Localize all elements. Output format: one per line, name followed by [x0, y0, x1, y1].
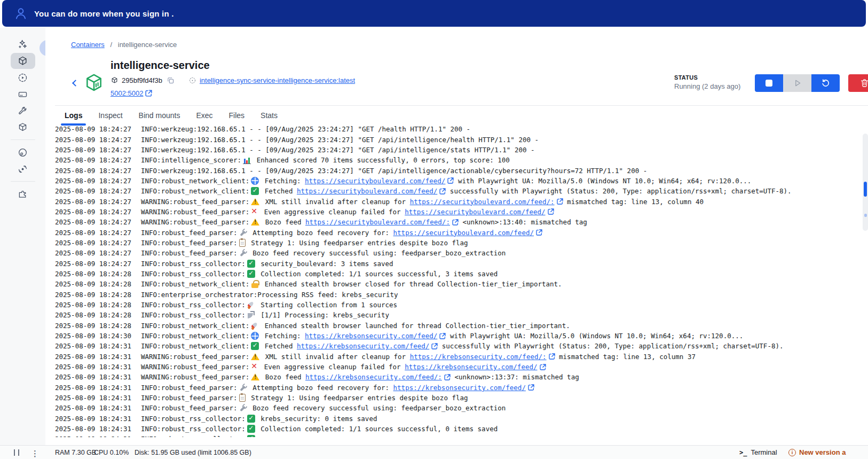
log-url-link[interactable]: https://securityboulevard.com/feed/: — [305, 218, 450, 226]
log-url-link[interactable]: https://securityboulevard.com/feed/ — [405, 208, 545, 216]
cross-icon — [251, 208, 258, 216]
breadcrumb-containers-link[interactable]: Containers — [71, 41, 105, 49]
log-url-link[interactable]: https://securityboulevard.com/feed/ — [305, 177, 445, 185]
log-url-link[interactable]: https://krebsonsecurity.com/feed/ — [297, 342, 429, 350]
log-row: 2025-08-09 18:24:27INFO:werkzeug:192.168… — [55, 134, 868, 144]
check-icon — [251, 342, 259, 350]
scrollbar-thumb[interactable] — [864, 182, 867, 197]
log-message: INFO:robust_rss_collector: Collection co… — [141, 270, 498, 278]
sidebar-item-extensions[interactable] — [11, 186, 35, 202]
breadcrumb-current: intelligence-service — [118, 41, 177, 49]
sidebar-item-containers[interactable] — [11, 53, 35, 69]
log-row: 2025-08-09 18:24:31INFO:robust_rss_colle… — [55, 424, 868, 434]
terminal-button[interactable]: >_ Terminal — [739, 448, 777, 456]
log-message: WARNING:robust_feed_parser: Bozo feed ht… — [141, 373, 579, 381]
log-timestamp: 2025-08-09 18:24:31 — [55, 373, 131, 381]
scout-icon — [17, 164, 28, 175]
log-url-link[interactable]: https://krebsonsecurity.com/feed/: — [305, 373, 442, 381]
cpu-usage: CPU 0.10% — [94, 449, 129, 456]
copy-icon[interactable] — [167, 76, 175, 84]
wrench-icon — [239, 404, 247, 412]
log-url-link[interactable]: https://securityboulevard.com/feed/: — [410, 198, 555, 206]
tab-files[interactable]: Files — [229, 108, 245, 126]
delete-button[interactable] — [848, 74, 868, 92]
extensions-icon — [17, 189, 28, 200]
sidebar-item-docker-scout[interactable] — [11, 161, 35, 177]
log-url-link[interactable]: https://krebsonsecurity.com/feed/ — [393, 384, 526, 392]
image-link[interactable]: intelligence-sync-service-intelligence-s… — [200, 76, 355, 84]
log-url-link[interactable]: https://krebsonsecurity.com/feed/: — [410, 353, 547, 361]
log-timestamp: 2025-08-09 18:24:28 — [55, 301, 131, 309]
log-message: INFO:robust_feed_parser: Strategy 1: Usi… — [141, 239, 468, 247]
sidebar-item-models[interactable] — [11, 119, 35, 135]
log-timestamp: 2025-08-09 18:24:30 — [55, 332, 131, 340]
pause-engine-icon[interactable] — [14, 449, 19, 456]
header-divider — [55, 105, 868, 106]
tab-exec[interactable]: Exec — [196, 108, 212, 126]
log-timestamp: 2025-08-09 18:24:27 — [55, 229, 131, 237]
status-bar: RAM 7.30 GB CPU 0.10% Disk: 51.95 GB use… — [0, 445, 868, 459]
log-message: INFO:robust_rss_collector: krebs_securit… — [141, 415, 377, 423]
log-url-link[interactable]: https://krebsonsecurity.com/feed/ — [405, 363, 537, 371]
tab-stats[interactable]: Stats — [261, 108, 278, 126]
check-icon — [247, 260, 255, 268]
log-row: 2025-08-09 18:24:31INFO:robust_feed_pars… — [55, 383, 868, 393]
sidebar-item-builds[interactable] — [11, 103, 35, 119]
sidebar-item-ask-gordon[interactable] — [11, 36, 35, 52]
chart-icon — [243, 156, 251, 164]
back-button[interactable] — [69, 77, 80, 88]
tab-logs[interactable]: Logs — [65, 108, 82, 126]
log-message: WARNING:robust_feed_parser: XML still in… — [141, 198, 704, 206]
log-message: INFO:robust_network_client: Fetching: ht… — [141, 332, 743, 340]
log-row: 2025-08-09 18:24:27INFO:robust_feed_pars… — [55, 227, 868, 237]
image-ref-icon — [188, 76, 196, 84]
sign-in-message[interactable]: You can do more when you sign in . — [34, 9, 174, 18]
page-title: intelligence-service — [111, 59, 355, 72]
log-timestamp: 2025-08-09 18:24:31 — [55, 425, 131, 433]
log-timestamp: 2025-08-09 18:24:27 — [55, 260, 131, 268]
log-row: 2025-08-09 18:24:27INFO:robust_network_c… — [55, 176, 868, 186]
new-version-link[interactable]: i New version a — [788, 448, 846, 456]
log-message: INFO:robust_network_client: Fetched http… — [141, 342, 784, 350]
kebab-menu-icon[interactable] — [31, 449, 33, 456]
log-row: 2025-08-09 18:24:27INFO:werkzeug:192.168… — [55, 145, 868, 155]
check-icon — [247, 415, 255, 423]
log-url-link[interactable]: https://krebsonsecurity.com/feed/ — [305, 332, 437, 340]
volumes-icon — [17, 89, 28, 100]
log-message: INFO:robust_feed_parser: Strategy 1: Usi… — [141, 394, 468, 402]
tab-inspect[interactable]: Inspect — [98, 108, 122, 126]
external-link-icon — [540, 364, 546, 370]
log-row: 2025-08-09 18:24:27INFO:intelligence_sco… — [55, 155, 868, 165]
log-url-link[interactable]: https://securityboulevard.com/feed/ — [393, 229, 534, 237]
stop-button[interactable] — [755, 74, 783, 92]
restart-button[interactable] — [811, 74, 840, 92]
log-timestamp: 2025-08-09 18:24:31 — [55, 415, 131, 423]
external-link-icon — [145, 90, 152, 97]
warning-icon — [251, 218, 259, 226]
check-icon — [247, 435, 255, 437]
tab-bind-mounts[interactable]: Bind mounts — [139, 108, 180, 126]
log-url-link[interactable]: https://securityboulevard.com/feed/ — [297, 187, 437, 195]
images-icon — [17, 72, 28, 83]
log-row: 2025-08-09 18:24:28INFO:robust_rss_colle… — [55, 300, 868, 310]
check-icon — [247, 425, 255, 433]
container-id: 295bf9fd4f3b — [122, 76, 162, 84]
tab-bar: LogsInspectBind mountsExecFilesStats — [65, 108, 278, 126]
scrollbar-track[interactable] — [863, 134, 868, 231]
sidebar-item-images[interactable] — [11, 69, 35, 85]
log-timestamp: 2025-08-09 18:24:28 — [55, 322, 131, 330]
log-message: INFO:robust_rss_collector: Starting coll… — [141, 301, 397, 309]
log-list: 2025-08-09 18:24:27INFO:werkzeug:192.168… — [45, 124, 868, 437]
cross-icon — [251, 363, 258, 371]
log-message: INFO:robust_network_client: Fetched http… — [141, 187, 792, 195]
log-timestamp: 2025-08-09 18:24:27 — [55, 249, 131, 257]
scrollbar-mark — [864, 214, 867, 217]
external-link-icon — [452, 219, 459, 225]
sidebar-item-volumes[interactable] — [11, 86, 35, 102]
start-button[interactable] — [783, 74, 811, 92]
log-row: 2025-08-09 18:24:27WARNING:robust_feed_p… — [55, 207, 868, 217]
sidebar-item-docker-hub[interactable] — [11, 144, 35, 160]
chevron-left-icon — [72, 80, 79, 87]
log-row: 2025-08-09 18:24:27INFO:robust_rss_colle… — [55, 258, 868, 268]
port-link[interactable]: 5002:5002 — [111, 89, 143, 97]
